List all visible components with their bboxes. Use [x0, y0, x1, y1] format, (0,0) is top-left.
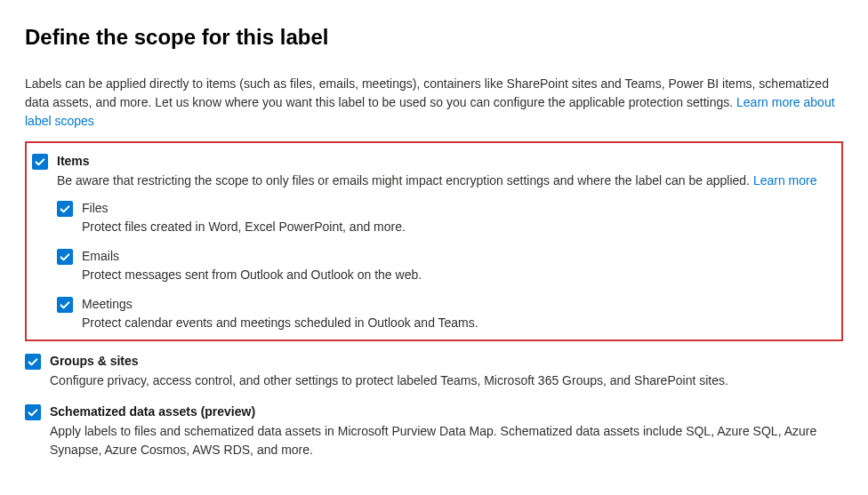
- meetings-checkbox[interactable]: [57, 297, 73, 313]
- intro-text: Labels can be applied directly to items …: [25, 76, 829, 109]
- checkmark-icon: [59, 299, 71, 311]
- checkmark-icon: [59, 251, 71, 263]
- emails-sub-item: Emails Protect messages sent from Outloo…: [57, 247, 832, 284]
- page-title: Define the scope for this label: [25, 21, 843, 53]
- groups-section: Groups & sites Configure privacy, access…: [25, 352, 843, 390]
- groups-title: Groups & sites: [50, 352, 843, 371]
- emails-checkbox[interactable]: [57, 249, 73, 265]
- intro-paragraph: Labels can be applied directly to items …: [25, 75, 843, 131]
- checkmark-icon: [34, 156, 46, 168]
- items-sub-list: Files Protect files created in Word, Exc…: [57, 199, 832, 332]
- checkmark-icon: [27, 355, 39, 368]
- checkmark-icon: [27, 406, 39, 419]
- meetings-title: Meetings: [82, 295, 832, 314]
- items-desc: Be aware that restricting the scope to o…: [57, 172, 832, 190]
- schematized-title: Schematized data assets (preview): [50, 403, 843, 421]
- schematized-desc: Apply labels to files and schematized da…: [50, 422, 843, 459]
- meetings-sub-item: Meetings Protect calendar events and mee…: [57, 295, 832, 332]
- items-section: Items Be aware that restricting the scop…: [32, 152, 832, 332]
- files-checkbox[interactable]: [57, 201, 73, 217]
- files-title: Files: [82, 199, 832, 218]
- files-desc: Protect files created in Word, Excel Pow…: [82, 218, 832, 236]
- emails-title: Emails: [82, 247, 832, 266]
- emails-desc: Protect messages sent from Outlook and O…: [82, 266, 832, 284]
- groups-desc: Configure privacy, access control, and o…: [50, 371, 843, 390]
- meetings-desc: Protect calendar events and meetings sch…: [82, 314, 832, 332]
- schematized-section: Schematized data assets (preview) Apply …: [25, 403, 843, 459]
- items-title: Items: [57, 152, 832, 171]
- groups-checkbox[interactable]: [25, 354, 41, 370]
- schematized-checkbox[interactable]: [25, 404, 41, 420]
- items-desc-text: Be aware that restricting the scope to o…: [57, 173, 753, 188]
- items-learn-more-link[interactable]: Learn more: [753, 173, 817, 188]
- files-sub-item: Files Protect files created in Word, Exc…: [57, 199, 832, 236]
- items-highlight-box: Items Be aware that restricting the scop…: [25, 141, 843, 341]
- checkmark-icon: [59, 203, 71, 215]
- items-checkbox[interactable]: [32, 154, 48, 170]
